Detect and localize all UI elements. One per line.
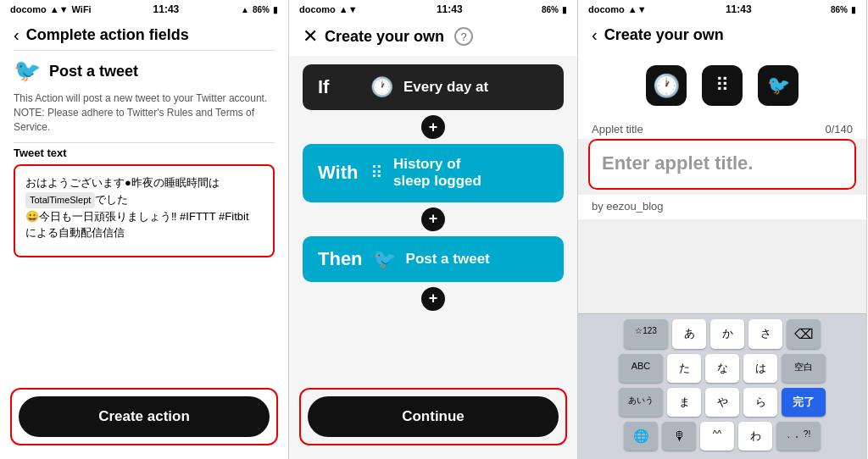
- page-title-3: Create your own: [604, 26, 724, 44]
- status-time-2: 11:43: [437, 3, 463, 15]
- applet-title-row: Applet title 0/140: [578, 114, 866, 139]
- status-battery-1: ▲ 86% ▮: [241, 5, 278, 14]
- tweet-text-label: Tweet text: [0, 143, 288, 164]
- keyboard-row-3: あいう ま や ら 完了: [581, 388, 863, 417]
- twitter-then-icon: 🐦: [373, 248, 396, 270]
- close-button[interactable]: ✕: [303, 25, 318, 47]
- if-block[interactable]: If 🕐 Every day at: [303, 64, 564, 110]
- tweet-content-1: おはようございます●昨夜の睡眠時間は: [25, 176, 220, 189]
- clock-icon-p3: 🕐: [646, 65, 687, 106]
- continue-button[interactable]: Continue: [308, 396, 559, 437]
- keyboard-row-1: ☆123 あ か さ ⌫: [581, 319, 863, 349]
- key-caret[interactable]: ^^: [700, 422, 734, 451]
- key-ha[interactable]: は: [743, 354, 777, 383]
- key-wa[interactable]: わ: [738, 422, 772, 451]
- key-punct[interactable]: 、。?!: [776, 422, 821, 451]
- connector-1: +: [421, 115, 445, 139]
- create-action-button[interactable]: Create action: [19, 396, 270, 437]
- twitter-icon-p3: 🐦: [758, 65, 798, 106]
- applet-icons: 🕐 ⠿ 🐦: [578, 53, 866, 114]
- then-label: Then: [318, 248, 363, 270]
- flow-container: If 🕐 Every day at + With ⠿ History of sl…: [289, 56, 577, 388]
- clock-icon: 🕐: [370, 76, 393, 98]
- connector-3: +: [421, 287, 445, 311]
- status-bar-1: docomo ▲▼ WiFi 11:43 ▲ 86% ▮: [0, 0, 288, 19]
- key-mic[interactable]: 🎙: [662, 422, 696, 451]
- action-title: Post a tweet: [49, 63, 138, 80]
- tweet-content-2: でした: [95, 193, 128, 206]
- then-text: Post a tweet: [406, 251, 490, 268]
- if-label: If: [318, 76, 360, 98]
- key-sa[interactable]: さ: [748, 319, 782, 349]
- with-block[interactable]: With ⠿ History of sleep logged: [303, 144, 564, 202]
- then-block[interactable]: Then 🐦 Post a tweet: [303, 236, 564, 282]
- dots-icon-p3: ⠿: [702, 65, 743, 106]
- page-title-2: Create your own: [325, 28, 444, 46]
- complete-action-header: ‹ Complete action fields: [0, 19, 288, 50]
- tweet-content-3: 😀今日も一日頑張りましょう‼ #IFTTT #Fitbit による自動配信信信: [25, 210, 249, 240]
- applet-title-label: Applet title: [592, 123, 643, 135]
- status-carrier-3: docomo ▲▼: [588, 4, 647, 14]
- help-button[interactable]: ?: [454, 27, 473, 46]
- applet-title-header: ‹ Create your own: [578, 19, 866, 53]
- with-text: History of sleep logged: [393, 156, 481, 191]
- create-action-btn-wrap: Create action: [10, 388, 278, 445]
- back-button-1[interactable]: ‹: [14, 25, 19, 45]
- if-text: Every day at: [403, 79, 488, 96]
- key-aiueo[interactable]: あいう: [619, 388, 663, 417]
- page-title-1: Complete action fields: [26, 26, 189, 44]
- key-space[interactable]: 空白: [782, 354, 826, 383]
- applet-title-count: 0/140: [825, 123, 853, 135]
- by-label: by eezou_blog: [578, 195, 866, 219]
- key-abc[interactable]: ABC: [619, 354, 663, 383]
- panel-create-your-own: docomo ▲▼ 11:43 86% ▮ ✕ Create your own …: [289, 0, 578, 459]
- status-battery-2: 86% ▮: [542, 5, 567, 14]
- back-button-3[interactable]: ‹: [592, 25, 598, 45]
- status-time-3: 11:43: [726, 3, 752, 15]
- key-done[interactable]: 完了: [782, 388, 826, 417]
- key-ra[interactable]: ら: [743, 388, 777, 417]
- action-description: This Action will post a new tweet to you…: [0, 88, 288, 142]
- key-ka[interactable]: か: [710, 319, 744, 349]
- key-ma[interactable]: ま: [667, 388, 701, 417]
- keyboard-row-2: ABC た な は 空白: [581, 354, 863, 383]
- keyboard-row-4: 🌐 🎙 ^^ わ 、。?!: [581, 422, 863, 451]
- status-battery-3: 86% ▮: [831, 5, 856, 14]
- key-delete[interactable]: ⌫: [787, 319, 821, 349]
- panel-complete-action: docomo ▲▼ WiFi 11:43 ▲ 86% ▮ ‹ Complete …: [0, 0, 289, 459]
- connector-2: +: [421, 207, 445, 231]
- with-label: With: [318, 162, 360, 184]
- twitter-action-header: 🐦 Post a tweet: [0, 51, 288, 88]
- key-ta[interactable]: た: [667, 354, 701, 383]
- key-na[interactable]: な: [705, 354, 739, 383]
- tweet-badge: TotalTimeSlept: [25, 192, 95, 208]
- status-carrier-1: docomo ▲▼ WiFi: [10, 4, 92, 14]
- tweet-text-box: おはようございます●昨夜の睡眠時間はTotalTimeSleptでした 😀今日も…: [14, 164, 275, 257]
- key-a[interactable]: あ: [672, 319, 706, 349]
- key-globe[interactable]: 🌐: [624, 422, 658, 451]
- twitter-icon: 🐦: [14, 58, 41, 85]
- dots-icon: ⠿: [370, 163, 383, 183]
- applet-input-wrap[interactable]: Enter applet title.: [588, 139, 856, 190]
- status-bar-3: docomo ▲▼ 11:43 86% ▮: [578, 0, 866, 19]
- create-own-header: ✕ Create your own ?: [289, 19, 577, 56]
- key-ya[interactable]: や: [705, 388, 739, 417]
- applet-input-placeholder: Enter applet title.: [602, 152, 753, 174]
- status-time-1: 11:43: [153, 3, 180, 15]
- panel-applet-title: docomo ▲▼ 11:43 86% ▮ ‹ Create your own …: [578, 0, 867, 459]
- continue-btn-wrap: Continue: [299, 388, 567, 445]
- keyboard: ☆123 あ か さ ⌫ ABC た な は 空白 あいう ま や ら 完了 🌐…: [578, 313, 866, 459]
- status-bar-2: docomo ▲▼ 11:43 86% ▮: [289, 0, 577, 19]
- status-carrier-2: docomo ▲▼: [299, 4, 358, 14]
- key-123[interactable]: ☆123: [624, 319, 668, 349]
